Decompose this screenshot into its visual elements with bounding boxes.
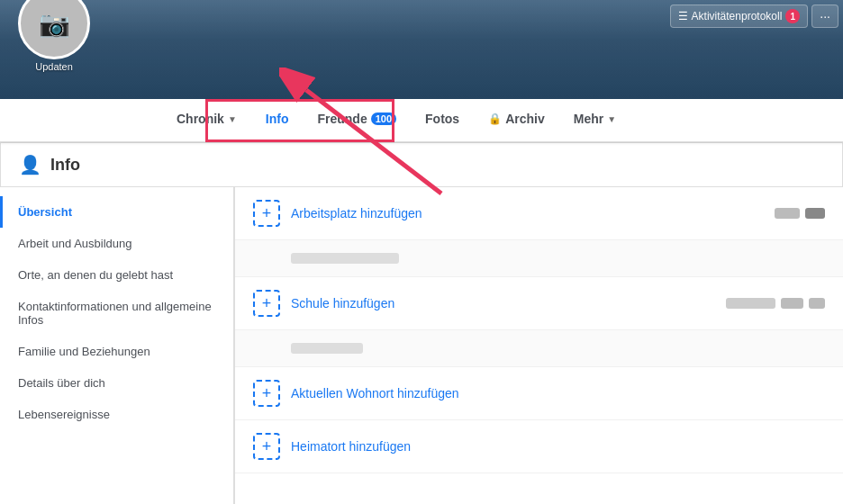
sidebar-details-label: Details über dich [18,376,105,390]
arbeitsplatz-row: + Arbeitsplatz hinzufügen [235,187,843,240]
schule-row: + Schule hinzufügen [235,277,843,330]
tab-mehr[interactable]: Mehr ▼ [559,99,630,142]
add-wohnort-button[interactable]: + [253,380,280,407]
sidebar-item-kontakt[interactable]: Kontaktinformationen und allgemeine Info… [0,291,233,336]
tab-fotos[interactable]: Fotos [411,99,474,142]
person-icon: 👤 [19,154,41,176]
wohnort-label[interactable]: Aktuellen Wohnort hinzufügen [291,386,459,400]
avatar-label: Updaten [35,61,73,72]
info-heading-text: Info [50,156,80,175]
tab-chronik[interactable]: Chronik ▼ [162,99,251,142]
top-bar: ☰ Aktivitätenprotokoll 1 ··· [670,4,838,28]
tab-freunde[interactable]: Freunde 100 [303,99,411,142]
sidebar-familie-label: Familie und Beziehungen [18,345,150,358]
tab-mehr-label: Mehr [574,112,603,126]
cover-image: ☰ Aktivitätenprotokoll 1 ··· 📷 Updaten [0,0,843,99]
plus-icon-4: + [262,437,272,456]
tab-chronik-label: Chronik [177,112,224,126]
info-heading-bar: 👤 Info [0,142,843,187]
sidebar-item-familie[interactable]: Familie und Beziehungen [0,336,233,367]
heimatort-label[interactable]: Heimatort hinzufügen [291,439,411,454]
schule-sub-row [235,330,843,367]
blur-block-1 [775,208,800,219]
tab-archiv[interactable]: 🔒 Archiv [474,99,559,142]
tab-archiv-label: Archiv [505,112,545,126]
activity-label: Aktivitätenprotokoll [692,10,783,22]
tab-info-label: Info [266,112,289,126]
schule-blur-blocks [726,298,825,309]
sidebar-kontakt-label: Kontaktinformationen und allgemeine Info… [18,300,212,327]
arbeitsplatz-sub-blur [291,253,399,264]
schule-label[interactable]: Schule hinzufügen [291,296,394,310]
blur-sub-2 [291,343,363,354]
info-sidebar: Übersicht Arbeit und Ausbildung Orte, an… [0,187,234,504]
sidebar-item-arbeit[interactable]: Arbeit und Ausbildung [0,228,233,259]
plus-icon-2: + [262,294,272,313]
main-content-area: + Arbeitsplatz hinzufügen + Schule [234,187,843,504]
blur-block-5 [809,298,825,309]
avatar-area: 📷 Updaten [18,0,90,72]
arbeitsplatz-blur-blocks [775,208,825,219]
add-heimatort-button[interactable]: + [253,433,280,460]
navigation-tabs: Chronik ▼ Info Freunde 100 Fotos 🔒 Archi… [0,99,843,142]
sidebar-arbeit-label: Arbeit und Ausbildung [18,237,131,250]
sidebar-lebensereignisse-label: Lebensereignisse [18,408,110,421]
freunde-badge: 100 [371,112,396,125]
tab-info[interactable]: Info [251,99,304,142]
blur-sub-1 [291,253,399,264]
sidebar-item-details[interactable]: Details über dich [0,367,233,399]
plus-icon-3: + [262,384,272,403]
notification-badge: 1 [785,9,800,23]
blur-block-3 [726,298,775,309]
blur-block-2 [805,208,825,219]
mehr-chevron-icon: ▼ [607,114,616,124]
sidebar-item-lebensereignisse[interactable]: Lebensereignisse [0,399,233,430]
add-arbeitsplatz-button[interactable]: + [253,200,280,227]
avatar: 📷 [18,0,90,59]
wohnort-row: + Aktuellen Wohnort hinzufügen [235,367,843,420]
lock-icon: 🔒 [488,112,502,125]
sidebar-orte-label: Orte, an denen du gelebt hast [18,268,173,282]
arbeitsplatz-label[interactable]: Arbeitsplatz hinzufügen [291,206,422,220]
tab-freunde-label: Freunde [317,112,367,126]
chronik-chevron-icon: ▼ [228,114,237,124]
activity-protocol-button[interactable]: ☰ Aktivitätenprotokoll 1 [670,4,809,28]
tab-fotos-label: Fotos [425,112,459,126]
sidebar-item-uebersicht[interactable]: Übersicht [0,196,233,228]
camera-icon: 📷 [39,9,70,39]
arbeitsplatz-sub-row [235,240,843,277]
blur-block-4 [781,298,803,309]
page-content: Übersicht Arbeit und Ausbildung Orte, an… [0,187,843,504]
more-button[interactable]: ··· [811,4,838,28]
plus-icon: + [262,204,272,223]
add-schule-button[interactable]: + [253,290,280,317]
activity-icon: ☰ [678,10,688,22]
heimatort-row: + Heimatort hinzufügen [235,420,843,473]
sidebar-item-orte[interactable]: Orte, an denen du gelebt hast [0,259,233,291]
sidebar-uebersicht-label: Übersicht [18,205,72,219]
schule-sub-blur [291,343,363,354]
